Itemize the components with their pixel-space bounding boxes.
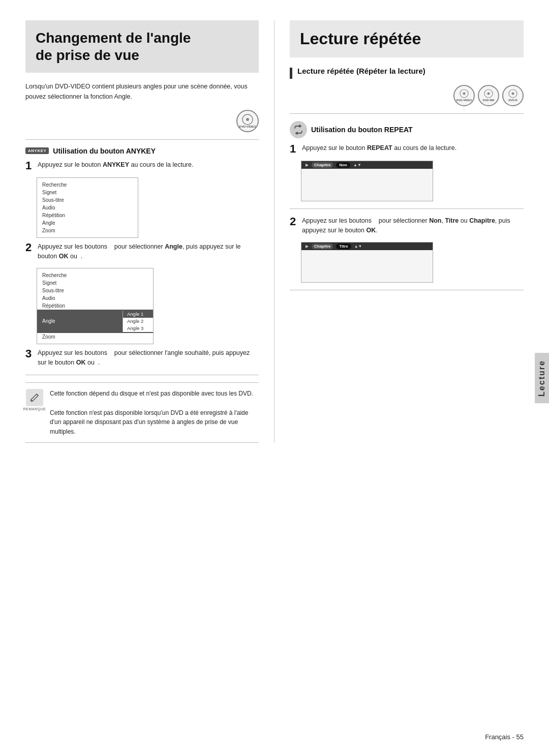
dvd-video-badge: DVD-VIDEO: [236, 110, 259, 132]
remark-icon: [26, 389, 43, 406]
dvd-badges-row: DVD-VIDEO DVD-RW DVD-R: [290, 85, 524, 106]
menu-item-repetition-2: Répétition: [37, 302, 153, 310]
dvd-video-icon-area: DVD-VIDEO: [25, 110, 259, 132]
subsection-title: Lecture répétée (Répéter la lecture): [297, 67, 425, 75]
menu-item-recherche-1: Recherche: [37, 181, 138, 189]
step-1-text-right: Appuyez sur le bouton REPEAT au cours de…: [302, 143, 524, 153]
screen1-label: Chapitre: [312, 162, 333, 168]
anykey-header: ANYKEY Utilisation du bouton ANYKEY: [25, 147, 259, 155]
anykey-heading: Utilisation du bouton ANYKEY: [53, 147, 156, 155]
svg-point-3: [463, 93, 466, 95]
menu-item-zoom-2: Zoom: [37, 333, 153, 341]
remark-label: REMARQUE: [23, 407, 46, 411]
divider-1: [25, 139, 259, 140]
remark-icon-area: REMARQUE: [25, 389, 44, 411]
menu-item-sous-titre-1: Sous-titre: [37, 196, 138, 204]
remark-box: REMARQUE Cette fonction dépend du disque…: [25, 382, 259, 443]
right-title-box: Lecture répétée: [290, 20, 524, 57]
step-1-text: Appuyez sur le bouton ANYKEY au cours de…: [38, 160, 259, 170]
step-num-1-right: 1: [290, 143, 299, 155]
step-num-2-right: 2: [290, 216, 299, 227]
left-title: Changement de l'angle de prise de vue: [36, 29, 249, 64]
step-3-text: Appuyez sur les boutons pour sélectionne…: [38, 348, 259, 368]
left-intro: Lorsqu'un DVD-VIDEO contient plusieurs a…: [25, 82, 259, 102]
menu-item-sous-titre-2: Sous-titre: [37, 287, 153, 294]
screen-header-1: ▶ Chapitre Non ▲▼: [301, 161, 433, 169]
menu-item-zoom-1: Zoom: [37, 227, 138, 234]
divider-2: [25, 375, 259, 375]
step-2-text: Appuyez sur les boutons pour sélectionne…: [38, 242, 259, 262]
two-column-layout: Changement de l'angle de prise de vue Lo…: [25, 20, 524, 443]
page-number: Français - 55: [485, 733, 524, 741]
screen2-value: Titre: [336, 244, 351, 249]
screen1-value: Non: [336, 162, 350, 168]
remark-text: Cette fonction dépend du disque et n'est…: [50, 389, 259, 436]
right-column: Lecture répétée Lecture répétée (Répéter…: [274, 20, 524, 443]
left-title-box: Changement de l'angle de prise de vue: [25, 20, 259, 73]
svg-point-7: [512, 93, 514, 95]
dvd-video-badge-right: DVD-VIDEO: [453, 85, 475, 106]
step-2-text-right: Appuyez sur les boutons pour sélectionne…: [302, 216, 524, 236]
menu-item-signet-2: Signet: [37, 279, 153, 287]
step-num-1: 1: [25, 160, 35, 171]
menu-item-audio-2: Audio: [37, 294, 153, 302]
menu-item-angle-2-selected: Angle Angle 1 Angle 2 Angle 3: [37, 310, 153, 333]
dvd-rw-badge-right: DVD-RW: [478, 85, 499, 106]
step-1-left: 1 Appuyez sur le bouton ANYKEY au cours …: [25, 160, 259, 171]
screen-box-2: ▶ Chapitre Titre ▲▼: [301, 242, 433, 283]
step-2-right: 2 Appuyez sur les boutons pour sélection…: [290, 216, 524, 236]
page-footer: Français - 55: [485, 733, 524, 741]
screen1-body: [301, 169, 433, 201]
screen2-body: [301, 250, 433, 282]
subsection-bar: [290, 68, 292, 79]
repeat-icon-header: Utilisation du bouton REPEAT: [290, 121, 524, 138]
repeat-icon: [290, 121, 307, 138]
lecture-tab-label: Lecture: [537, 360, 546, 397]
divider-right-1: [290, 113, 524, 114]
menu-item-recherche-2: Recherche: [37, 271, 153, 279]
menu-item-angle-1: Angle: [37, 219, 138, 227]
right-title: Lecture répétée: [300, 29, 513, 48]
screen2-label: Chapitre: [312, 244, 333, 249]
step-2-left: 2 Appuyez sur les boutons pour sélection…: [25, 242, 259, 262]
lecture-sidebar-tab: Lecture: [535, 353, 549, 404]
menu-item-repetition-1: Répétition: [37, 211, 138, 219]
step-num-2: 2: [25, 242, 35, 253]
menu-item-signet-1: Signet: [37, 189, 138, 196]
svg-point-5: [487, 93, 490, 95]
subsection-header: Lecture répétée (Répéter la lecture): [290, 67, 524, 79]
repeat-heading: Utilisation du bouton REPEAT: [311, 126, 413, 134]
step-1-right: 1 Appuyez sur le bouton REPEAT au cours …: [290, 143, 524, 155]
page-container: Changement de l'angle de prise de vue Lo…: [0, 0, 549, 756]
menu-screenshot-2: Recherche Signet Sous-titre Audio Répéti…: [37, 268, 154, 344]
svg-point-1: [246, 118, 249, 121]
left-column: Changement de l'angle de prise de vue Lo…: [25, 20, 274, 443]
anykey-badge: ANYKEY: [25, 147, 49, 154]
menu-item-audio-1: Audio: [37, 204, 138, 211]
divider-right-3: [290, 290, 524, 290]
menu-screenshot-1: Recherche Signet Sous-titre Audio Répéti…: [37, 177, 138, 238]
screen-box-1: ▶ Chapitre Non ▲▼: [301, 161, 433, 201]
dvd-r-badge-right: DVD-R: [502, 85, 524, 106]
divider-right-2: [290, 208, 524, 209]
step-num-3: 3: [25, 348, 35, 359]
screen-header-2: ▶ Chapitre Titre ▲▼: [301, 243, 433, 250]
step-3-left: 3 Appuyez sur les boutons pour sélection…: [25, 348, 259, 368]
